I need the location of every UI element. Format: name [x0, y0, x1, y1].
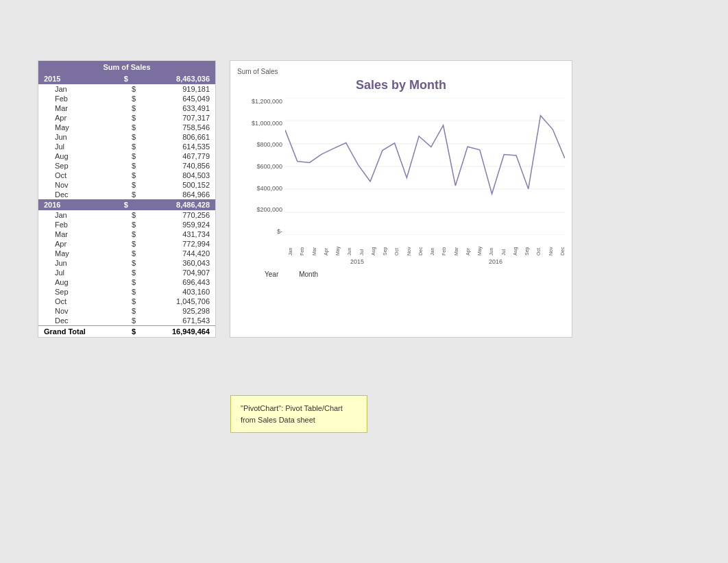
- x-axis-month: Dec: [418, 236, 423, 255]
- month-row: Mar$633,491: [38, 103, 215, 113]
- month-label: Apr: [38, 113, 119, 123]
- grand-total-row: Grand Total$16,949,464: [38, 326, 215, 338]
- month-label: May: [38, 249, 119, 258]
- x-axis-month: Sep: [524, 236, 529, 255]
- year-dollar: $: [119, 73, 142, 84]
- year-total: 8,486,428: [141, 199, 215, 210]
- month-value: 925,298: [141, 306, 215, 316]
- month-label: Oct: [38, 171, 119, 180]
- month-label: Dec: [38, 316, 119, 326]
- month-label: Dec: [38, 190, 119, 199]
- month-dollar: $: [119, 210, 142, 220]
- month-row: Dec$671,543: [38, 316, 215, 326]
- x-axis-month: Nov: [548, 236, 553, 255]
- month-value: 804,503: [141, 171, 215, 180]
- month-label: Sep: [38, 161, 119, 171]
- x-axis-container: JanFebMarAprMayJunJulAugSepOctNovDecJanF…: [237, 236, 565, 255]
- x-axis-month: Oct: [536, 236, 541, 255]
- month-row: Aug$467,779: [38, 151, 215, 161]
- month-dollar: $: [119, 113, 142, 123]
- line-chart-svg: [285, 98, 565, 235]
- chart-footer: Year Month: [237, 271, 565, 278]
- month-row: Jan$770,256: [38, 210, 215, 220]
- x-axis-month: Aug: [513, 236, 518, 255]
- year-total: 8,463,036: [141, 73, 215, 84]
- y-label-2: $1,000,000: [237, 120, 282, 127]
- month-label: Jun: [38, 132, 119, 142]
- month-value: 645,049: [141, 94, 215, 103]
- month-value: 704,907: [141, 268, 215, 277]
- pivot-table-header: Sum of Sales: [38, 61, 215, 73]
- month-label: Mar: [38, 229, 119, 239]
- month-label: May: [38, 123, 119, 132]
- y-label-7: $-: [237, 228, 282, 235]
- month-value: 500,152: [141, 180, 215, 190]
- field-year-label: Year: [265, 271, 278, 278]
- month-row: Jun$806,661: [38, 132, 215, 142]
- year-2015-label: 2015: [288, 258, 426, 265]
- month-dollar: $: [119, 132, 142, 142]
- month-row: Dec$864,966: [38, 190, 215, 199]
- month-dollar: $: [119, 277, 142, 287]
- month-dollar: $: [119, 123, 142, 132]
- month-value: 1,045,706: [141, 297, 215, 306]
- month-dollar: $: [119, 258, 142, 268]
- month-value: 772,994: [141, 239, 215, 249]
- month-dollar: $: [119, 306, 142, 316]
- month-value: 467,779: [141, 151, 215, 161]
- month-value: 806,661: [141, 132, 215, 142]
- year-cell: 2016: [38, 199, 119, 210]
- x-axis-month: Aug: [371, 236, 376, 255]
- month-label: Sep: [38, 287, 119, 297]
- month-label: Jul: [38, 142, 119, 151]
- grand-total-label: Grand Total: [38, 326, 119, 338]
- x-axis-month: Mar: [454, 236, 459, 255]
- month-row: Sep$403,160: [38, 287, 215, 297]
- annotation-box: "PivotChart": Pivot Table/Chart from Sal…: [230, 395, 367, 433]
- month-value: 431,734: [141, 229, 215, 239]
- x-axis-month: Jun: [347, 236, 352, 255]
- x-axis-month: May: [477, 236, 482, 255]
- month-value: 614,535: [141, 142, 215, 151]
- month-row: Sep$740,856: [38, 161, 215, 171]
- month-label: Apr: [38, 239, 119, 249]
- month-row: Feb$959,924: [38, 220, 215, 229]
- x-axis-month: Dec: [560, 236, 565, 255]
- month-row: Nov$925,298: [38, 306, 215, 316]
- month-value: 959,924: [141, 220, 215, 229]
- month-dollar: $: [119, 287, 142, 297]
- y-label-1: $1,200,000: [237, 98, 282, 105]
- y-label-4: $600,000: [237, 163, 282, 170]
- x-axis-month: Apr: [324, 236, 328, 255]
- month-row: Jul$704,907: [38, 268, 215, 277]
- month-value: 770,256: [141, 210, 215, 220]
- month-value: 707,317: [141, 113, 215, 123]
- field-month-label: Month: [299, 271, 318, 278]
- month-dollar: $: [119, 229, 142, 239]
- chart-container: Sum of Sales Sales by Month $1,200,000 $…: [230, 60, 572, 338]
- pivot-table: Sum of Sales 2015$8,463,036Jan$919,181Fe…: [38, 60, 216, 338]
- month-label: Jul: [38, 268, 119, 277]
- month-label: Feb: [38, 220, 119, 229]
- month-dollar: $: [119, 94, 142, 103]
- month-dollar: $: [119, 220, 142, 229]
- year-cell: 2015: [38, 73, 119, 84]
- month-value: 360,043: [141, 258, 215, 268]
- y-label-5: $400,000: [237, 185, 282, 192]
- month-label: Feb: [38, 94, 119, 103]
- month-row: Apr$772,994: [38, 239, 215, 249]
- month-dollar: $: [119, 84, 142, 94]
- month-label: Jan: [38, 84, 119, 94]
- month-value: 864,966: [141, 190, 215, 199]
- x-axis-month: Mar: [312, 236, 317, 255]
- month-value: 758,546: [141, 123, 215, 132]
- chart-line: [285, 116, 565, 194]
- x-axis-month: May: [335, 236, 340, 255]
- grand-total-dollar: $: [119, 326, 142, 338]
- month-value: 633,491: [141, 103, 215, 113]
- month-dollar: $: [119, 239, 142, 249]
- month-dollar: $: [119, 268, 142, 277]
- x-axis-month: Apr: [465, 236, 470, 255]
- month-label: Mar: [38, 103, 119, 113]
- month-label: Jun: [38, 258, 119, 268]
